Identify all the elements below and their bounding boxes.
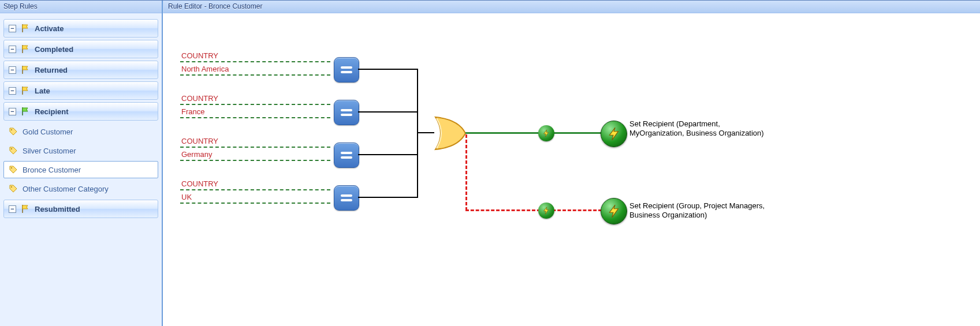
flag-icon (21, 86, 30, 95)
connector (358, 197, 417, 198)
tag-icon (9, 146, 18, 155)
divider (180, 203, 330, 204)
condition-value: Germany (181, 150, 330, 159)
connector (358, 154, 417, 155)
category-late[interactable]: − Late (3, 81, 158, 100)
connector (417, 69, 418, 198)
or-gate-icon[interactable] (433, 115, 468, 152)
tag-icon (9, 184, 18, 193)
rule-label: Bronce Customer (23, 166, 81, 174)
rule-silver-customer[interactable]: Silver Customer (3, 142, 158, 159)
condition-block[interactable]: COUNTRY UK (180, 179, 330, 204)
condition-field: COUNTRY (181, 137, 330, 145)
bolt-icon (542, 129, 550, 137)
category-returned[interactable]: − Returned (3, 61, 158, 79)
action-label-false: Set Recipient (Group, Project Managers, … (629, 201, 774, 220)
connector (358, 69, 417, 70)
app-root: Step Rules − Activate − Completed − Retu… (0, 0, 980, 326)
divider (180, 74, 330, 76)
expand-icon[interactable]: − (9, 46, 16, 53)
operator-equals[interactable] (334, 143, 359, 168)
condition-value: UK (181, 193, 330, 201)
flag-icon (21, 107, 30, 116)
condition-block[interactable]: COUNTRY North America (180, 51, 330, 76)
divider (180, 147, 330, 148)
tag-icon (9, 165, 18, 174)
condition-field: COUNTRY (181, 179, 330, 188)
condition-value: France (181, 107, 330, 116)
condition-block[interactable]: COUNTRY France (180, 94, 330, 118)
expand-icon[interactable]: − (9, 205, 16, 213)
divider (180, 160, 330, 161)
condition-field: COUNTRY (181, 51, 330, 60)
connector (358, 111, 417, 113)
connector-true (465, 132, 602, 134)
condition-field: COUNTRY (181, 94, 330, 103)
bolt-icon (606, 126, 621, 141)
divider (180, 117, 330, 118)
rule-label: Gold Customer (23, 128, 73, 136)
connector (417, 132, 434, 133)
rule-gold-customer[interactable]: Gold Customer (3, 123, 158, 140)
tag-icon (9, 127, 18, 136)
flag-icon (21, 65, 30, 74)
category-activate[interactable]: − Activate (3, 19, 158, 38)
rule-bronce-customer[interactable]: Bronce Customer (3, 161, 158, 178)
sidebar: Step Rules − Activate − Completed − Retu… (0, 1, 163, 326)
category-label: Recipient (35, 107, 69, 116)
category-label: Completed (35, 45, 73, 54)
rule-label: Other Customer Category (23, 185, 109, 193)
category-label: Returned (35, 66, 68, 74)
category-resubmitted[interactable]: − Resubmitted (3, 200, 158, 218)
expand-icon[interactable]: − (9, 25, 16, 32)
category-label: Resubmitted (35, 205, 80, 213)
expand-icon[interactable]: − (9, 66, 16, 74)
category-completed[interactable]: − Completed (3, 40, 158, 58)
svg-point-2 (11, 167, 12, 168)
divider (180, 104, 330, 105)
flag-icon (21, 24, 30, 33)
category-recipient[interactable]: − Recipient (3, 102, 158, 121)
category-label: Activate (35, 24, 64, 33)
operator-equals[interactable] (334, 57, 359, 83)
rule-other-customer-category[interactable]: Other Customer Category (3, 180, 158, 197)
action-node[interactable] (601, 198, 627, 224)
svg-point-1 (11, 148, 12, 149)
editor-title: Rule Editor - Bronce Customer (163, 1, 980, 13)
rule-canvas[interactable]: COUNTRY North America COUNTRY France COU… (163, 13, 980, 326)
condition-block[interactable]: COUNTRY Germany (180, 137, 330, 161)
action-node-small[interactable] (538, 203, 554, 219)
category-label: Late (35, 87, 50, 95)
flag-icon (21, 44, 30, 54)
rule-editor: Rule Editor - Bronce Customer COUNTRY No… (163, 1, 980, 326)
svg-point-0 (11, 129, 12, 130)
connector-false (465, 134, 467, 211)
bolt-icon (606, 204, 621, 219)
rule-label: Silver Customer (23, 147, 76, 155)
collapse-icon[interactable]: − (9, 108, 16, 115)
operator-equals[interactable] (334, 100, 359, 125)
bolt-icon (542, 207, 550, 215)
divider (180, 189, 330, 190)
sidebar-tree: − Activate − Completed − Returned − Late (0, 13, 162, 326)
connector-false (465, 209, 602, 211)
condition-value: North America (181, 65, 330, 73)
divider (180, 61, 330, 62)
action-node[interactable] (601, 121, 627, 147)
sidebar-title: Step Rules (0, 1, 162, 13)
flag-icon (21, 204, 30, 213)
expand-icon[interactable]: − (9, 87, 16, 95)
action-label-true: Set Recipient (Department, MyOrganizatio… (629, 119, 774, 138)
operator-equals[interactable] (334, 185, 359, 211)
action-node-small[interactable] (538, 125, 554, 141)
svg-point-3 (11, 186, 12, 188)
